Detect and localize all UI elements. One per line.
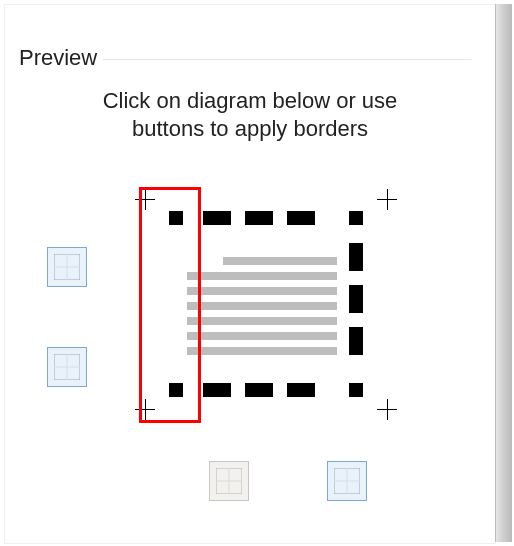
bottom-border-button[interactable] bbox=[47, 347, 87, 387]
preview-bottom-border[interactable] bbox=[197, 383, 335, 397]
right-border-button[interactable] bbox=[327, 461, 367, 501]
border-icon bbox=[216, 468, 242, 494]
left-border-button[interactable] bbox=[209, 461, 249, 501]
border-preview-diagram[interactable] bbox=[137, 189, 395, 419]
instruction-line-2: buttons to apply borders bbox=[132, 116, 368, 141]
preview-right-border[interactable] bbox=[349, 239, 363, 369]
crop-mark-icon bbox=[377, 189, 397, 209]
crop-mark-icon bbox=[135, 189, 155, 209]
crop-mark-icon bbox=[135, 399, 155, 419]
corner-marker-icon bbox=[349, 383, 363, 397]
corner-marker-icon bbox=[169, 383, 183, 397]
preview-paragraph-lines bbox=[187, 257, 337, 362]
instruction-text: Click on diagram below or use buttons to… bbox=[5, 87, 495, 142]
crop-mark-icon bbox=[377, 399, 397, 419]
border-icon bbox=[334, 468, 360, 494]
corner-marker-icon bbox=[349, 211, 363, 225]
corner-marker-icon bbox=[169, 211, 183, 225]
preview-panel: Preview Click on diagram below or use bu… bbox=[4, 4, 496, 544]
border-icon bbox=[54, 254, 80, 280]
top-border-button[interactable] bbox=[47, 247, 87, 287]
border-icon bbox=[54, 354, 80, 380]
instruction-line-1: Click on diagram below or use bbox=[103, 88, 398, 113]
preview-top-border[interactable] bbox=[197, 211, 335, 225]
panel-shadow bbox=[495, 4, 514, 542]
section-title: Preview bbox=[19, 45, 103, 71]
